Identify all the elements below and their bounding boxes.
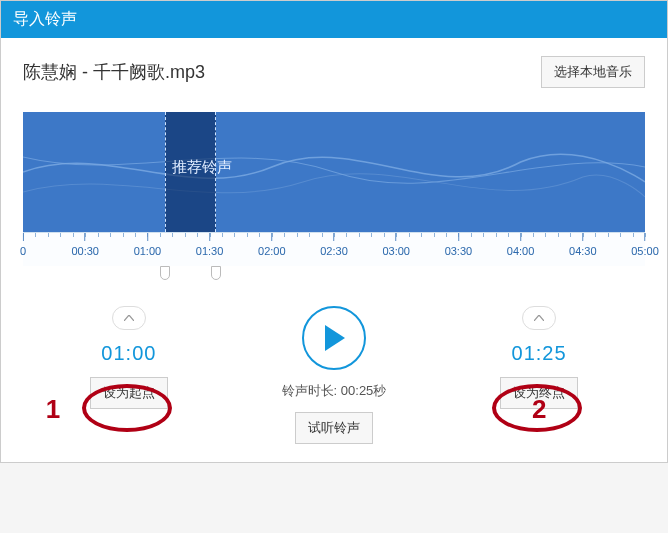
start-time-up[interactable] [112, 306, 146, 330]
end-time-up[interactable] [522, 306, 556, 330]
annotation-num-1: 1 [46, 394, 60, 425]
tick: 01:30 [196, 233, 224, 266]
recommend-label: 推荐铃声 [172, 158, 232, 177]
end-handle[interactable] [211, 266, 221, 280]
tick-label: 03:30 [445, 245, 473, 257]
start-time-value: 01:00 [101, 342, 156, 365]
window-title: 导入铃声 [13, 10, 77, 27]
tick-label: 01:30 [196, 245, 224, 257]
tick: 01:00 [134, 233, 162, 266]
tick-label: 02:30 [320, 245, 348, 257]
chevron-up-icon [534, 315, 544, 321]
tick-label: 05:00 [631, 245, 659, 257]
set-end-button[interactable]: 设为终点 [500, 377, 578, 409]
wave-lines [23, 112, 645, 232]
duration-label: 铃声时长: 00:25秒 [282, 382, 387, 400]
tick: 02:30 [320, 233, 348, 266]
end-time-value: 01:25 [512, 342, 567, 365]
tick-label: 01:00 [134, 245, 162, 257]
file-name: 陈慧娴 - 千千阙歌.mp3 [23, 60, 205, 84]
play-icon [323, 325, 345, 351]
set-start-button[interactable]: 设为起点 [90, 377, 168, 409]
tick-label: 03:00 [382, 245, 410, 257]
tick: 0 [20, 233, 26, 266]
tick: 04:00 [507, 233, 535, 266]
preview-button[interactable]: 试听铃声 [295, 412, 373, 444]
tick-label: 0 [20, 245, 26, 257]
start-handle[interactable] [160, 266, 170, 280]
tick-label: 02:00 [258, 245, 286, 257]
chevron-up-icon [124, 315, 134, 321]
titlebar: 导入铃声 [1, 1, 667, 38]
waveform[interactable]: 推荐铃声 [23, 112, 645, 232]
tick: 03:00 [382, 233, 410, 266]
tick: 04:30 [569, 233, 597, 266]
play-button[interactable] [302, 306, 366, 370]
tick-label: 04:00 [507, 245, 535, 257]
selection-range[interactable]: 推荐铃声 [165, 112, 216, 232]
time-ruler: 000:3001:0001:3002:0002:3003:0003:3004:0… [23, 232, 645, 266]
tick: 05:00 [631, 233, 659, 266]
tick-label: 04:30 [569, 245, 597, 257]
tick: 02:00 [258, 233, 286, 266]
select-local-music-button[interactable]: 选择本地音乐 [541, 56, 645, 88]
tick-label: 00:30 [71, 245, 99, 257]
tick: 03:30 [445, 233, 473, 266]
tick: 00:30 [71, 233, 99, 266]
